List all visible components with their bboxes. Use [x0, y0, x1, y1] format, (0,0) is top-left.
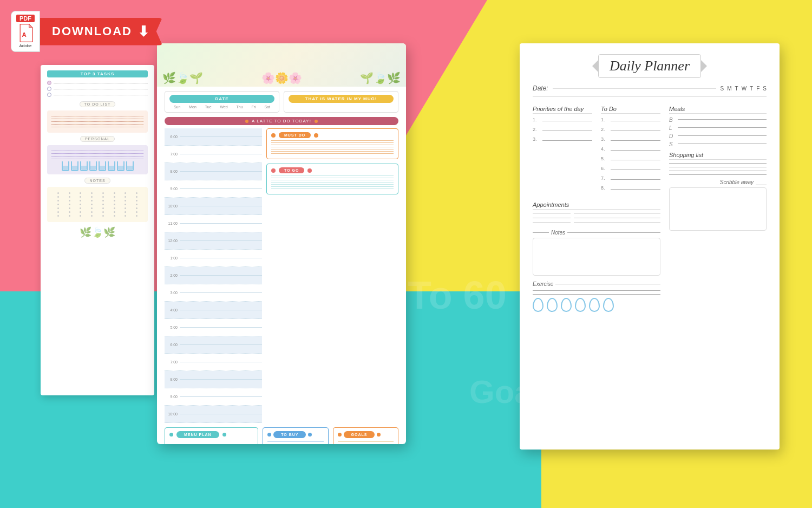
dot — [91, 204, 93, 205]
time-8: 8:00 — [165, 170, 180, 173]
menu-pill: MENU PLAN — [176, 431, 219, 438]
dot — [125, 207, 126, 209]
dot — [114, 200, 115, 201]
top-tasks-section — [47, 81, 148, 97]
dot — [114, 207, 115, 209]
to-go-line-2 — [271, 178, 394, 178]
appt-row-2 — [533, 218, 660, 219]
priority-num-3: 3. — [533, 136, 540, 142]
to-go-line-1 — [271, 175, 394, 176]
todo-num-2: 2. — [601, 127, 608, 132]
water-drops-row — [533, 298, 660, 312]
dot — [125, 200, 126, 201]
schedule-row-9b: 9:00 — [165, 388, 262, 406]
todo-item-3: 3. — [601, 136, 660, 142]
latte-banner: A LATTE TO DO TODAY! — [165, 117, 398, 125]
date-label: Date: — [533, 84, 548, 92]
dot — [57, 211, 59, 213]
dot — [102, 204, 104, 205]
todo-item-line-6 — [611, 170, 660, 170]
todo-right-title: To Do — [601, 106, 660, 114]
dot — [114, 192, 115, 194]
meal-letter-d: D — [669, 133, 676, 139]
dot — [69, 196, 70, 198]
exercise-label: Exercise — [533, 281, 553, 287]
day-tue: Tue — [205, 105, 212, 109]
todo-item-5: 5. — [601, 156, 660, 161]
schedule-line — [180, 136, 262, 137]
scribble-header: Scribble away — [669, 179, 767, 185]
todo-line-3 — [51, 121, 143, 122]
personal-label: PERSONAL — [80, 136, 115, 142]
water-glass-5 — [99, 161, 106, 171]
meal-b: B — [669, 117, 767, 123]
task-item-2 — [47, 87, 148, 91]
dot — [102, 196, 104, 198]
schedule-row-12: 12:00 — [165, 232, 262, 250]
time-12: 12:00 — [165, 239, 180, 243]
day-mon: Mon — [189, 105, 197, 109]
day-f: F — [756, 86, 759, 92]
scribble-box — [669, 187, 767, 231]
water-drop-5 — [589, 298, 600, 312]
priority-num-2: 2. — [533, 127, 540, 132]
date-water-row: DATE Sun Mon Tue Wed Thu Fri Sat THAT IS… — [165, 91, 398, 113]
must-do-line-4 — [271, 147, 394, 147]
banner-dot-left — [245, 120, 248, 123]
meals-section: Meals B L D S — [669, 106, 767, 147]
water-box: THAT IS WATER IN MY MUG! — [284, 91, 398, 113]
todo-item-line-5 — [611, 160, 660, 160]
water-drop-3 — [561, 298, 572, 312]
dot — [80, 192, 81, 194]
exercise-section: Exercise — [533, 281, 660, 312]
dot — [102, 192, 104, 194]
schedule-row-9: 9:00 — [165, 180, 262, 198]
download-arrow-icon: ⬇ — [137, 23, 150, 40]
download-button[interactable]: DOWNLOAD ⬇ — [40, 18, 162, 45]
time-2: 2:00 — [165, 273, 180, 277]
dot — [91, 207, 93, 209]
dot — [91, 192, 93, 194]
personal-line-4 — [51, 159, 143, 159]
to-go-box: TO GO — [266, 164, 398, 194]
top-tasks-label: TOP 3 TASKS — [47, 70, 148, 77]
schedule-line — [180, 396, 262, 397]
dot — [80, 215, 81, 217]
dot — [136, 207, 137, 209]
priority-item-2: 2. — [533, 127, 592, 132]
page-title: Daily Planner — [610, 58, 690, 74]
banner-dot-right — [315, 120, 318, 123]
personal-box — [47, 145, 148, 174]
schedule-row-11: 11:00 — [165, 215, 262, 232]
schedule-line — [180, 275, 262, 276]
dot — [114, 215, 115, 217]
dot — [69, 207, 70, 209]
schedule-row-6b: 6:00 — [165, 336, 262, 354]
water-drop-4 — [575, 298, 586, 312]
latte-text: A LATTE TO DO TODAY! — [252, 119, 311, 123]
to-go-line-6 — [271, 186, 394, 187]
todo-num-7: 7. — [601, 175, 608, 181]
pdf-download-badge[interactable]: PDF A Adobe DOWNLOAD ⬇ — [11, 11, 162, 52]
schedule-line — [180, 414, 262, 414]
water-glasses-row — [51, 161, 143, 171]
water-glass-8 — [126, 161, 134, 171]
time-7b: 7:00 — [165, 360, 180, 364]
dot — [125, 196, 126, 198]
must-do-line-3 — [271, 145, 394, 145]
dot — [91, 211, 93, 213]
dot — [91, 200, 93, 201]
appt-row-3 — [533, 223, 660, 224]
main-two-col: Priorities of the day 1. 2. 3. To Do 1. … — [533, 106, 767, 312]
todo-num-4: 4. — [601, 146, 608, 152]
task-circle-2 — [47, 87, 51, 91]
scribble-line — [756, 185, 767, 185]
water-glass-6 — [108, 161, 115, 171]
title-banner-shape: Daily Planner — [598, 54, 701, 78]
dot — [69, 211, 70, 213]
to-go-dot — [271, 168, 276, 173]
day-thu: Thu — [237, 105, 243, 109]
dot — [102, 211, 104, 213]
schedule-line — [180, 379, 262, 380]
personal-line-1 — [51, 151, 143, 151]
